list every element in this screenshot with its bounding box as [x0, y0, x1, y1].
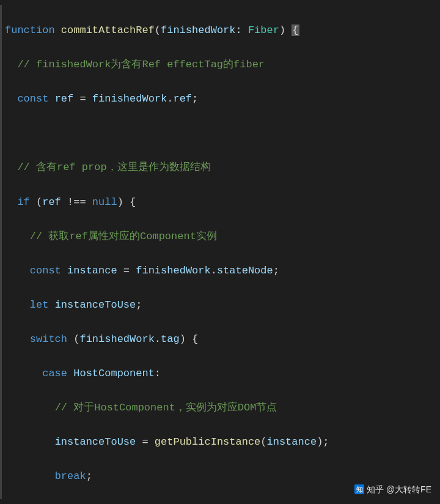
code-line: instanceToUse = getPublicInstance(instan…: [4, 434, 436, 451]
code-block: function commitAttachRef(finishedWork: F…: [4, 5, 436, 504]
code-line: switch (finishedWork.tag) {: [4, 331, 436, 348]
code-line: if (ref !== null) {: [4, 194, 436, 211]
watermark: 知 知乎 @大转转FE: [354, 483, 431, 497]
code-line: const instance = finishedWork.stateNode;: [4, 262, 436, 280]
watermark-text: 知乎 @大转转FE: [367, 483, 431, 497]
code-line: [4, 125, 436, 142]
editor-gutter: [0, 5, 2, 499]
code-line: // 获取ref属性对应的Component实例: [4, 228, 436, 245]
code-line: case HostComponent:: [4, 365, 436, 382]
code-line: const ref = finishedWork.ref;: [4, 91, 436, 108]
code-line: // 含有ref prop，这里是作为数据结构: [4, 159, 436, 176]
code-line: let instanceToUse;: [4, 297, 436, 314]
zhihu-icon: 知: [354, 484, 364, 494]
open-brace-highlight: {: [292, 24, 299, 36]
code-line: function commitAttachRef(finishedWork: F…: [4, 22, 436, 39]
code-line: // 对于HostComponent，实例为对应DOM节点: [4, 399, 436, 417]
code-line: // finishedWork为含有Ref effectTag的fiber: [4, 56, 436, 73]
